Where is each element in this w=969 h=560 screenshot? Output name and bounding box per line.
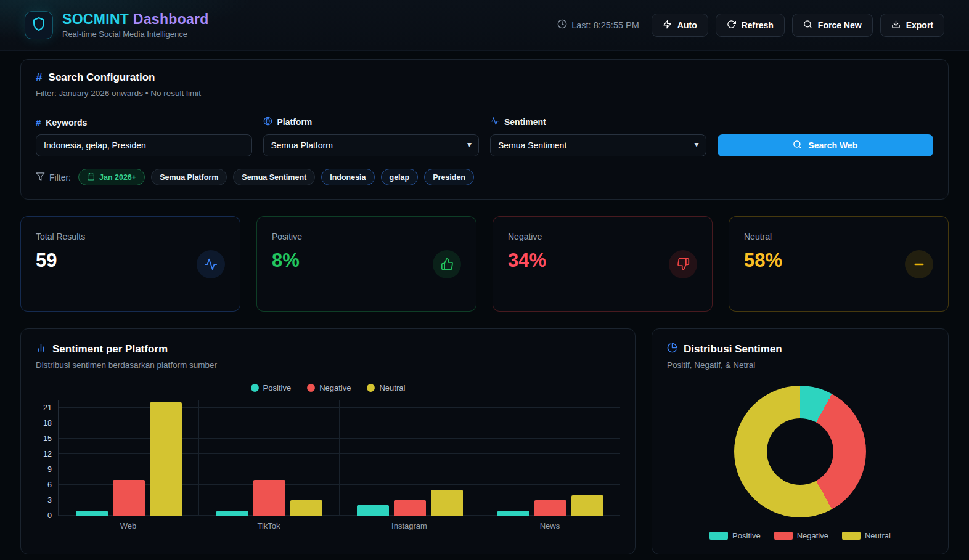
- main-content: # Search Configuration Filter: January 2…: [0, 51, 969, 560]
- x-label-tiktok: TikTok: [198, 521, 339, 530]
- x-label-instagram: Instagram: [339, 521, 480, 530]
- page-subtitle: Real-time Social Media Intelligence: [62, 30, 209, 39]
- stat-value: 59: [36, 250, 85, 272]
- pulse-icon: [490, 116, 499, 128]
- app-header: SOCMINT Dashboard Real-time Social Media…: [0, 0, 969, 51]
- stat-card-negative: Negative 34%: [493, 216, 713, 312]
- download-icon: [891, 20, 901, 31]
- sentiment-per-platform-card: Sentiment per Platform Distribusi sentim…: [20, 328, 636, 554]
- legend-dot: [307, 384, 315, 392]
- last-updated: Last: 8:25:55 PM: [557, 19, 639, 31]
- thumbs-down-icon: [669, 250, 697, 278]
- legend-label: Neutral: [865, 531, 891, 540]
- zap-icon: [663, 20, 672, 31]
- bar-instagram-negative: [394, 500, 426, 516]
- y-axis-tick: 0: [47, 511, 52, 520]
- bar-web-positive: [76, 511, 108, 516]
- platform-select[interactable]: Semua Platform: [263, 134, 480, 156]
- bar-chart-plot: [58, 400, 620, 516]
- filter-chip-gelap[interactable]: gelap: [381, 169, 419, 185]
- bar-instagram-positive: [357, 505, 389, 516]
- auto-button-label: Auto: [677, 20, 697, 30]
- donut-hole: [767, 418, 833, 485]
- legend-label: Negative: [319, 383, 351, 392]
- stat-card-total-results: Total Results 59: [20, 216, 240, 312]
- bar-web-negative: [113, 480, 145, 516]
- filter-chip-indonesia[interactable]: Indonesia: [321, 169, 374, 185]
- export-button[interactable]: Export: [880, 14, 944, 37]
- stat-text: Positive 8%: [272, 232, 302, 296]
- bar-web-neutral: [150, 402, 182, 516]
- donut-chart: [734, 386, 866, 517]
- legend-item-negative: Negative: [307, 383, 351, 392]
- search-config-title: # Search Configuration: [36, 71, 933, 84]
- bar-group-web: [59, 400, 198, 516]
- platform-label-text: Platform: [277, 117, 313, 127]
- filter-chip-label: gelap: [390, 173, 410, 182]
- header-actions: Last: 8:25:55 PM Auto Refresh Force New …: [557, 14, 944, 37]
- stat-label: Positive: [272, 232, 302, 241]
- filter-chip-semua-platform[interactable]: Semua Platform: [151, 169, 227, 185]
- filter-chip-label: Semua Platform: [160, 173, 218, 182]
- title-primary: SOCMINT: [62, 11, 129, 27]
- legend-item-neutral: Neutral: [367, 383, 405, 392]
- bar-group-tiktok: [198, 400, 339, 516]
- force-new-button[interactable]: Force New: [792, 14, 873, 37]
- filter-chip-presiden[interactable]: Presiden: [424, 169, 474, 185]
- sentiment-label: Sentiment: [490, 116, 706, 128]
- filter-chip-label: Presiden: [433, 173, 465, 182]
- platform-field-group: Platform Semua Platform: [263, 116, 480, 156]
- bar-chart: 036912151821: [36, 400, 620, 516]
- stat-label: Negative: [508, 232, 546, 241]
- funnel-icon: [36, 172, 45, 183]
- platform-select-wrap: Semua Platform: [263, 134, 480, 156]
- export-button-label: Export: [906, 20, 933, 30]
- bar-chart-y-axis: 036912151821: [36, 400, 58, 516]
- filter-chip-semua-sentiment[interactable]: Semua Sentiment: [233, 169, 315, 185]
- donut-legend-item-positive: Positive: [709, 531, 761, 540]
- stat-value: 34%: [508, 250, 546, 272]
- legend-item-positive: Positive: [251, 383, 292, 392]
- stat-text: Total Results 59: [36, 232, 85, 296]
- filter-chip-label: Jan 2026+: [99, 173, 136, 182]
- filter-chip-label: Semua Sentiment: [242, 173, 306, 182]
- donut-chart-title-text: Distribusi Sentimen: [684, 343, 782, 355]
- globe-icon: [263, 116, 272, 128]
- shield-icon: [31, 17, 46, 34]
- keywords-input[interactable]: [36, 134, 252, 156]
- filter-note: Filter: January 2026 onwards • No result…: [36, 89, 933, 98]
- bar-group-instagram: [339, 400, 480, 516]
- x-label-news: News: [480, 521, 620, 530]
- legend-label: Negative: [797, 531, 828, 540]
- sentiment-select[interactable]: Semua Sentiment: [490, 134, 706, 156]
- stat-text: Neutral 58%: [744, 232, 782, 296]
- stats-row: Total Results 59 Positive 8% Negative 34…: [20, 216, 949, 312]
- legend-label: Positive: [732, 531, 761, 540]
- stat-label: Total Results: [36, 232, 85, 241]
- pie-chart-icon: [667, 343, 677, 356]
- filter-chip-jan-2026-[interactable]: Jan 2026+: [78, 169, 145, 185]
- search-web-button-label: Search Web: [808, 140, 857, 150]
- donut-legend-item-neutral: Neutral: [842, 531, 891, 540]
- auto-button[interactable]: Auto: [652, 14, 708, 37]
- bar-news-negative: [534, 500, 566, 516]
- legend-label: Positive: [263, 383, 292, 392]
- search-configuration-card: # Search Configuration Filter: January 2…: [20, 59, 949, 200]
- filter-chip-label: Indonesia: [330, 173, 366, 182]
- calendar-icon: [87, 172, 95, 182]
- stat-value: 58%: [744, 250, 782, 272]
- search-web-button[interactable]: Search Web: [718, 134, 934, 156]
- bar-news-neutral: [571, 495, 603, 516]
- stat-value: 8%: [272, 250, 302, 272]
- stat-label: Neutral: [744, 232, 782, 241]
- bar-chart-x-labels: WebTikTokInstagramNews: [58, 521, 620, 530]
- refresh-icon: [727, 20, 736, 31]
- sentiment-field-group: Sentiment Semua Sentiment: [490, 116, 706, 156]
- refresh-button[interactable]: Refresh: [716, 14, 785, 37]
- legend-dot: [251, 384, 259, 392]
- last-updated-text: Last: 8:25:55 PM: [571, 20, 639, 30]
- brand: SOCMINT Dashboard Real-time Social Media…: [25, 11, 209, 39]
- donut-chart-title: Distribusi Sentimen: [667, 343, 933, 356]
- legend-swatch: [709, 532, 728, 540]
- bar-news-positive: [497, 511, 529, 516]
